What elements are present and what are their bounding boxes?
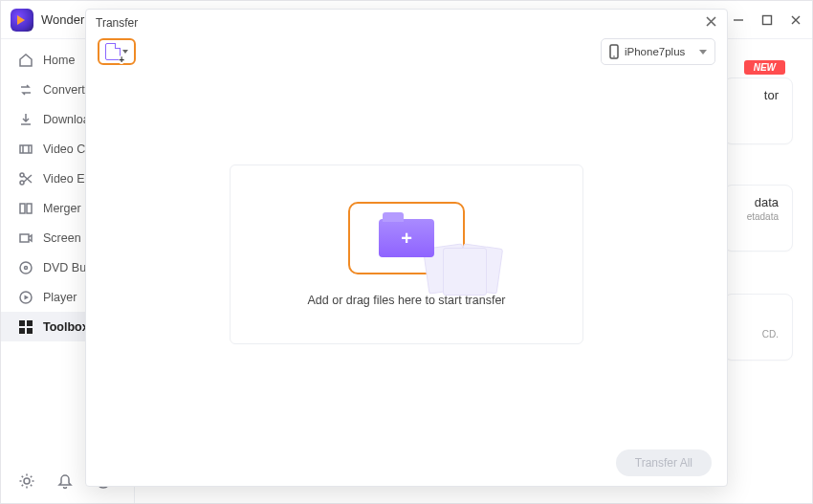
svg-rect-6: [20, 234, 29, 242]
download-icon: [18, 112, 33, 127]
svg-rect-4: [20, 204, 25, 213]
modal-footer: Transfer All: [86, 440, 727, 486]
window-minimize-button[interactable]: [732, 13, 745, 27]
svg-rect-5: [27, 204, 32, 213]
tool-card-partial-3[interactable]: CD.: [724, 294, 793, 361]
device-select[interactable]: iPhone7plus: [601, 38, 715, 65]
modal-title-text: Transfer: [96, 16, 138, 30]
card-subtext: CD.: [738, 329, 779, 340]
compress-icon: [18, 142, 33, 157]
svg-rect-0: [763, 15, 772, 24]
window-close-button[interactable]: [789, 13, 802, 27]
new-badge: NEW: [744, 60, 785, 75]
window-maximize-button[interactable]: [760, 13, 774, 27]
tool-card-partial-2[interactable]: data etadata: [724, 185, 793, 252]
folder-plus-icon: +: [379, 219, 434, 257]
add-file-button[interactable]: [98, 38, 136, 65]
svg-point-3: [20, 173, 24, 177]
svg-rect-1: [20, 145, 32, 153]
merge-icon: [18, 201, 33, 216]
phone-icon: [609, 44, 619, 59]
card-text: data: [738, 195, 779, 209]
svg-point-13: [613, 55, 615, 57]
svg-point-2: [20, 181, 24, 185]
converter-icon: [18, 82, 33, 98]
sidebar-item-label: Toolbox: [43, 320, 89, 334]
modal-toolbar: iPhone7plus: [86, 36, 727, 69]
window-controls: [732, 13, 802, 27]
svg-point-7: [20, 262, 32, 274]
transfer-all-button[interactable]: Transfer All: [616, 449, 712, 476]
tool-card-partial-1[interactable]: tor: [724, 77, 793, 144]
transfer-modal: Transfer iPhone7plus: [85, 9, 728, 487]
chevron-down-icon: [699, 50, 707, 55]
main-window: Wonder Home Converter D: [0, 0, 813, 504]
sidebar-item-label: Home: [43, 54, 75, 67]
chevron-down-icon: [122, 50, 128, 54]
modal-titlebar: Transfer: [86, 10, 727, 36]
modal-close-button[interactable]: [705, 15, 717, 31]
modal-body: + Add or drag files here to start transf…: [86, 69, 727, 440]
app-name: Wonder: [41, 12, 84, 27]
record-icon: [18, 230, 33, 246]
notifications-icon[interactable]: [56, 472, 74, 490]
scissors-icon: [18, 171, 33, 186]
card-text: tor: [738, 88, 779, 102]
play-icon: [18, 290, 33, 305]
app-logo-icon: [11, 9, 33, 32]
device-select-value: iPhone7plus: [625, 46, 685, 57]
dvd-icon: [18, 260, 33, 275]
document-plus-icon: [105, 43, 121, 60]
add-files-dropzone-button[interactable]: +: [348, 202, 465, 274]
dropzone[interactable]: + Add or drag files here to start transf…: [230, 164, 583, 344]
dropzone-text: Add or drag files here to start transfer: [307, 294, 505, 307]
home-icon: [18, 53, 33, 68]
sidebar-item-label: Player: [43, 291, 77, 304]
sidebar-item-label: Merger: [43, 202, 81, 215]
card-subtext: etadata: [738, 211, 779, 222]
svg-point-10: [24, 478, 30, 484]
svg-point-8: [25, 266, 28, 269]
settings-icon[interactable]: [18, 472, 35, 490]
toolbox-icon: [18, 319, 33, 335]
